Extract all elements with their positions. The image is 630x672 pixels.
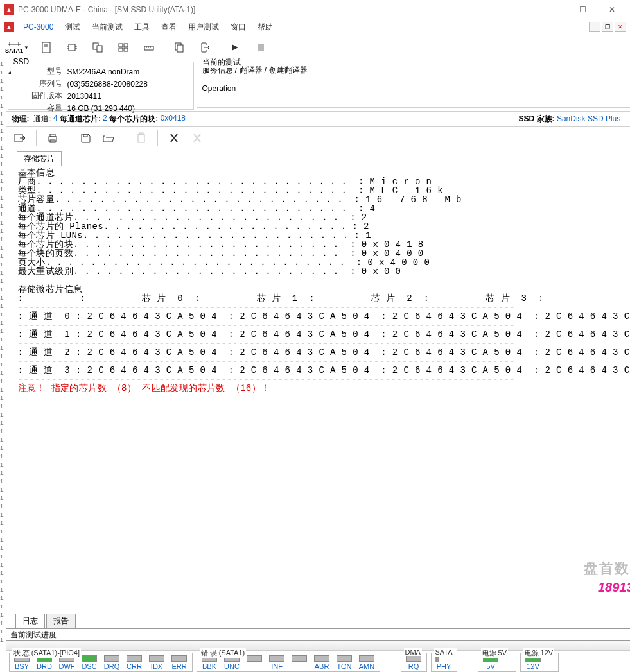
- menu-current-test[interactable]: 当前测试: [87, 21, 128, 34]
- ruler-button[interactable]: [136, 36, 162, 59]
- current-test-panel: 当前的测试 服务信息 / 翻译器 / 创建翻译器: [197, 62, 630, 87]
- modules-button[interactable]: [110, 36, 136, 59]
- tab-log[interactable]: 日志: [15, 614, 45, 628]
- menu-bar: ▲ PC-3000 测试 当前测试 工具 查看 用户测试 窗口 帮助 _ ❐ ✕: [0, 19, 630, 35]
- current-test-path: 服务信息 / 翻译器 / 创建翻译器: [202, 65, 630, 76]
- led-label: INF: [271, 662, 283, 670]
- document-button[interactable]: [33, 36, 59, 59]
- stop-button[interactable]: [248, 36, 274, 59]
- led-inf: [269, 655, 284, 662]
- firmware-label: 固件版本: [15, 90, 66, 101]
- maximize-button[interactable]: ☐: [568, 1, 597, 19]
- blocks-per-chip-value: 0x0418: [161, 114, 186, 125]
- status-bar: 状 态 (SATA1)-[PIO4]BSYDRDDWFDSCDRQCRRIDXE…: [6, 651, 630, 672]
- led-err: [171, 655, 187, 662]
- watermark-company: 盘首数据恢复: [584, 559, 630, 578]
- menu-window[interactable]: 窗口: [225, 21, 251, 34]
- blocks-per-chip-label: 每个芯片的块:: [109, 114, 158, 125]
- find-button[interactable]: [164, 129, 184, 147]
- tab-storage-chip[interactable]: 存储芯片: [17, 151, 62, 166]
- menu-help[interactable]: 帮助: [252, 21, 278, 34]
- svg-rect-14: [124, 44, 128, 47]
- open-button[interactable]: [99, 129, 118, 147]
- led-label: UNC: [224, 662, 240, 670]
- led-label: BBK: [202, 662, 216, 670]
- ssd-family-value[interactable]: SanDisk SSD Plus: [557, 114, 620, 123]
- serial-label: 序列号: [15, 78, 66, 89]
- sata1-label: SATA1: [5, 47, 23, 54]
- led-label: DSC: [82, 662, 96, 670]
- menu-app[interactable]: PC-3000: [18, 21, 58, 33]
- copy-button[interactable]: [166, 36, 192, 59]
- svg-rect-29: [83, 134, 87, 137]
- mdi-close-button[interactable]: ✕: [615, 22, 626, 32]
- led-label: CRR: [127, 662, 142, 670]
- led-label: DWF: [58, 662, 74, 670]
- led-blank: [247, 655, 262, 662]
- led-label: 12V: [527, 662, 539, 670]
- led-blank: [292, 655, 307, 662]
- minimize-button[interactable]: —: [539, 1, 568, 19]
- led-label: AMN: [359, 662, 374, 670]
- mdi-minimize-button[interactable]: _: [589, 22, 600, 32]
- menu-user-test[interactable]: 用户测试: [183, 21, 224, 34]
- led-idx: [149, 655, 164, 662]
- model-label: 型号: [15, 66, 66, 77]
- current-test-legend: 当前的测试: [201, 57, 242, 68]
- ssd-legend: SSD: [12, 57, 31, 66]
- play-button[interactable]: [222, 36, 248, 59]
- exit-button[interactable]: [192, 36, 218, 59]
- tab-report[interactable]: 报告: [46, 614, 76, 628]
- find-next-button[interactable]: [188, 129, 207, 147]
- print-button[interactable]: [43, 129, 62, 147]
- svg-rect-15: [119, 48, 123, 51]
- watermark-phone: 18913587620: [598, 580, 630, 595]
- svg-rect-12: [97, 46, 102, 52]
- translator-button[interactable]: [85, 36, 110, 59]
- svg-rect-3: [42, 42, 50, 53]
- sub-toolbar: [6, 127, 630, 150]
- led-rq: [406, 655, 421, 662]
- operation-legend: Operation: [201, 84, 238, 93]
- main-toolbar: SATA1 ▼: [0, 35, 630, 60]
- svg-rect-22: [177, 45, 183, 52]
- port-sata1-button[interactable]: SATA1: [1, 36, 27, 59]
- mdi-restore-button[interactable]: ❐: [602, 22, 613, 32]
- svg-rect-17: [144, 46, 153, 50]
- led-dsc: [82, 655, 97, 662]
- led-abr: [314, 655, 329, 662]
- save-button[interactable]: [76, 129, 95, 147]
- serial-value: (03)5526888-20080228: [67, 78, 187, 89]
- led-label: DRD: [37, 662, 52, 670]
- led-ton: [337, 655, 352, 662]
- led-label: 5V: [486, 662, 494, 670]
- svg-rect-27: [50, 134, 55, 137]
- export-button[interactable]: [10, 129, 30, 147]
- led-label: RQ: [408, 662, 419, 670]
- chips-per-channel-label: 每通道芯片:: [60, 114, 101, 125]
- progress-label: 当前测试进度: [6, 629, 630, 641]
- led-drq: [104, 655, 119, 662]
- menu-test[interactable]: 测试: [60, 21, 85, 34]
- channels-label: 通道:: [33, 114, 51, 125]
- menu-tools[interactable]: 工具: [129, 21, 155, 34]
- log-tabs: 日志 报告: [6, 612, 630, 629]
- led-label: IDX: [151, 662, 162, 670]
- window-title: PC-3000 UDMA-E - China - [SM SSD Utility…: [18, 5, 539, 14]
- svg-rect-16: [124, 48, 128, 51]
- clipboard-button[interactable]: [132, 129, 151, 147]
- menu-view[interactable]: 查看: [156, 21, 182, 34]
- window-titlebar: ▲ PC-3000 UDMA-E - China - [SM SSD Utili…: [0, 0, 630, 19]
- svg-rect-6: [69, 44, 75, 51]
- close-button[interactable]: ✕: [597, 1, 626, 19]
- channels-value: 4: [53, 114, 58, 125]
- led-amn: [359, 655, 374, 662]
- led-label: ABR: [315, 662, 329, 670]
- svg-rect-24: [258, 44, 264, 51]
- chip-button[interactable]: [59, 36, 85, 59]
- firmware-value: 20130411: [67, 90, 187, 101]
- led-label: BSY: [15, 662, 29, 670]
- model-value: SM2246AA nonDram: [67, 66, 187, 77]
- collapse-icon[interactable]: ◄: [7, 70, 12, 76]
- warning-text: 注意！ 指定的芯片数 （8） 不匹配发现的芯片数 （16）！: [18, 384, 630, 393]
